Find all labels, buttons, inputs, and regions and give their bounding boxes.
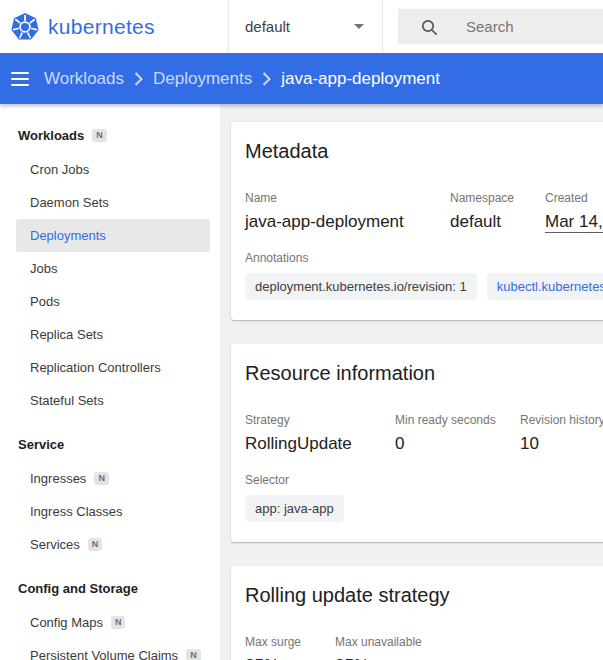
field-value: default xyxy=(450,212,545,232)
search-input[interactable] xyxy=(464,17,603,36)
search-bar xyxy=(398,9,603,44)
main-panel: Metadata Name java-app-deployment Namesp… xyxy=(220,104,603,660)
breadcrumb-link-deployments[interactable]: Deployments xyxy=(153,69,252,89)
breadcrumb-bar: Workloads Deployments java-app-deploymen… xyxy=(0,53,603,104)
selector-section: Selector app: java-app xyxy=(245,473,603,522)
field-label: Revision history limit xyxy=(520,413,603,427)
field-name: Name java-app-deployment xyxy=(245,191,450,232)
field-label: Min ready seconds xyxy=(395,413,520,427)
sidebar-item-label: Services xyxy=(30,537,80,552)
field-value: 10 xyxy=(520,434,603,454)
namespace-selector[interactable]: default xyxy=(228,0,383,53)
resource-fields: Strategy RollingUpdate Min ready seconds… xyxy=(245,413,603,454)
sidebar-item-label: Jobs xyxy=(30,261,57,276)
sidebar-item-label: Daemon Sets xyxy=(30,195,109,210)
field-label: Name xyxy=(245,191,450,205)
sidebar-section-label: Config and Storage xyxy=(18,581,138,596)
field-label: Max surge xyxy=(245,635,335,649)
sidebar-item-label: Stateful Sets xyxy=(30,393,104,408)
resource-information-card: Resource information Strategy RollingUpd… xyxy=(231,344,603,542)
sidebar-item-label: Config Maps xyxy=(30,615,103,630)
metadata-fields: Name java-app-deployment Namespace defau… xyxy=(245,191,603,232)
rolling-update-fields: Max surge 25% Max unavailable 25% xyxy=(245,635,603,660)
sidebar-item-label: Replication Controllers xyxy=(30,360,161,375)
sidebar-section-service[interactable]: Service xyxy=(0,427,220,462)
namespaced-badge: N xyxy=(186,649,201,660)
kubernetes-logo-icon xyxy=(10,12,40,42)
sidebar-item-label: Pods xyxy=(30,294,60,309)
breadcrumb-link-workloads[interactable]: Workloads xyxy=(44,69,124,89)
sidebar-item-replication-controllers[interactable]: Replication Controllers xyxy=(16,351,210,384)
chevron-right-icon xyxy=(134,72,143,86)
sidebar-item-label: Ingress Classes xyxy=(30,504,122,519)
card-title: Metadata xyxy=(245,140,603,163)
field-strategy: Strategy RollingUpdate xyxy=(245,413,395,454)
sidebar-item-replica-sets[interactable]: Replica Sets xyxy=(16,318,210,351)
sidebar-item-label: Cron Jobs xyxy=(30,162,89,177)
chevron-down-icon xyxy=(354,24,364,29)
sidebar-item-config-maps[interactable]: Config Maps N xyxy=(16,606,210,639)
field-value: 25% xyxy=(245,656,335,660)
sidebar-item-deployments[interactable]: Deployments xyxy=(16,219,210,252)
field-max-unavailable: Max unavailable 25% xyxy=(335,635,603,660)
created-timestamp: Mar 14, xyxy=(545,212,603,233)
field-label: Max unavailable xyxy=(335,635,603,649)
menu-icon[interactable] xyxy=(9,67,31,91)
chevron-right-icon xyxy=(262,72,271,86)
sidebar-item-daemon-sets[interactable]: Daemon Sets xyxy=(16,186,210,219)
field-revision-history-limit: Revision history limit 10 xyxy=(520,413,603,454)
annotations-section: Annotations deployment.kubernetes.io/rev… xyxy=(245,251,603,300)
annotation-chip: deployment.kubernetes.io/revision: 1 xyxy=(245,273,477,300)
sidebar-item-jobs[interactable]: Jobs xyxy=(16,252,210,285)
namespace-selected-value: default xyxy=(245,18,290,35)
sidebar-item-label: Replica Sets xyxy=(30,327,103,342)
kubernetes-home-link[interactable]: kubernetes xyxy=(0,0,228,53)
sidebar-nav: Workloads N Cron Jobs Daemon Sets Deploy… xyxy=(0,104,220,660)
selector-chip: app: java-app xyxy=(245,495,344,522)
namespaced-badge: N xyxy=(92,129,107,142)
field-value: 25% xyxy=(335,656,603,660)
sidebar-item-ingresses[interactable]: Ingresses N xyxy=(16,462,210,495)
annotation-chip-link[interactable]: kubectl.kubernetes.io/last-applied-confi… xyxy=(487,273,603,300)
field-value: java-app-deployment xyxy=(245,212,450,232)
rolling-update-strategy-card: Rolling update strategy Max surge 25% Ma… xyxy=(231,566,603,660)
annotations-label: Annotations xyxy=(245,251,603,265)
field-label: Strategy xyxy=(245,413,395,427)
selector-label: Selector xyxy=(245,473,603,487)
sidebar-item-label: Ingresses xyxy=(30,471,86,486)
sidebar-item-label: Deployments xyxy=(30,228,106,243)
card-title: Rolling update strategy xyxy=(245,584,603,607)
sidebar-section-config-and-storage[interactable]: Config and Storage xyxy=(0,571,220,606)
sidebar-item-label: Persistent Volume Claims xyxy=(30,648,178,660)
sidebar-item-services[interactable]: Services N xyxy=(16,528,210,561)
field-value: RollingUpdate xyxy=(245,434,395,454)
field-value: 0 xyxy=(395,434,520,454)
brand-name: kubernetes xyxy=(48,15,155,39)
field-namespace: Namespace default xyxy=(450,191,545,232)
sidebar-section-workloads[interactable]: Workloads N xyxy=(0,118,220,153)
field-label: Created xyxy=(545,191,603,205)
sidebar-item-ingress-classes[interactable]: Ingress Classes xyxy=(16,495,210,528)
breadcrumb-current: java-app-deployment xyxy=(281,69,440,89)
field-label: Namespace xyxy=(450,191,545,205)
namespaced-badge: N xyxy=(111,616,126,629)
sidebar-section-label: Service xyxy=(18,437,64,452)
field-max-surge: Max surge 25% xyxy=(245,635,335,660)
top-app-bar: kubernetes default xyxy=(0,0,603,53)
field-min-ready-seconds: Min ready seconds 0 xyxy=(395,413,520,454)
search-icon xyxy=(420,18,438,36)
content-area: Workloads N Cron Jobs Daemon Sets Deploy… xyxy=(0,104,603,660)
sidebar-section-label: Workloads xyxy=(18,128,84,143)
sidebar-item-stateful-sets[interactable]: Stateful Sets xyxy=(16,384,210,417)
card-title: Resource information xyxy=(245,362,603,385)
namespaced-badge: N xyxy=(94,472,109,485)
field-created: Created Mar 14, xyxy=(545,191,603,232)
sidebar-item-pods[interactable]: Pods xyxy=(16,285,210,318)
namespaced-badge: N xyxy=(88,538,103,551)
sidebar-item-persistent-volume-claims[interactable]: Persistent Volume Claims N xyxy=(16,639,210,660)
metadata-card: Metadata Name java-app-deployment Namesp… xyxy=(231,122,603,320)
sidebar-item-cron-jobs[interactable]: Cron Jobs xyxy=(16,153,210,186)
